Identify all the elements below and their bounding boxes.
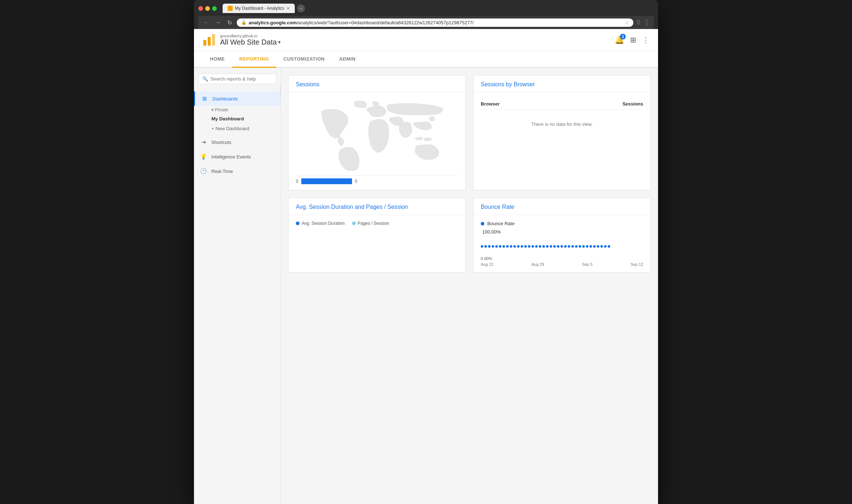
bounce-legend: Bounce Rate: [481, 221, 643, 226]
brand-title-text: All Web Site Data: [220, 38, 277, 46]
bounce-date-3: Sep 5: [582, 262, 593, 267]
url-path: /analytics/web/?authuser=0#dashboard/def…: [297, 20, 473, 25]
my-dashboard-item[interactable]: My Dashboard: [206, 114, 281, 124]
sessions-by-browser-widget: Sessions by Browser Browser Sessions The…: [473, 75, 651, 190]
bounce-date-1: Aug 22: [481, 262, 493, 267]
sessions-bar-section: 0 0: [296, 175, 458, 184]
browser-toolbar: ← → ↻ 🔒 analytics.google.com/analytics/w…: [198, 16, 654, 29]
bounce-date-2: Aug 29: [532, 262, 544, 267]
tab-favicon: [228, 6, 233, 11]
header-actions: 🔔 3 ⊞ ⋮: [615, 35, 649, 45]
browser-table-header: Browser Sessions: [481, 98, 643, 110]
no-data-message: There is no data for this view.: [481, 113, 643, 136]
nav-customization[interactable]: CUSTOMIZATION: [276, 51, 332, 68]
sidebar-item-shortcuts[interactable]: ⇥ Shortcuts: [194, 135, 281, 149]
notification-badge: 3: [620, 34, 626, 40]
dashboards-icon: ⊞: [201, 95, 208, 102]
shortcuts-label: Shortcuts: [211, 140, 231, 145]
sidebar: ◀ 🔍 ⊞ Dashboards ▾ Private: [194, 68, 281, 504]
sidebar-item-realtime[interactable]: 🕐 Real-Time: [194, 164, 281, 178]
close-traffic-light[interactable]: [198, 6, 203, 11]
brand-section: groundberry.github.io All Web Site Data …: [203, 33, 281, 46]
tab-title: My Dashboard - Analytics: [235, 6, 284, 11]
browser-window: My Dashboard - Analytics ✕ + ← → ↻ 🔒 ana…: [194, 0, 658, 504]
sidebar-item-dashboards[interactable]: ⊞ Dashboards: [194, 91, 281, 106]
content-area: Sessions .land{fill:#d4d4d4;stroke:#aaa;…: [281, 68, 658, 504]
avg-duration-label: Avg. Session Duration: [302, 221, 345, 226]
new-tab-button[interactable]: +: [297, 4, 305, 12]
browser-table: Browser Sessions There is no data for th…: [481, 98, 643, 136]
bounce-percent-top: 100.00%: [481, 229, 643, 235]
more-options-icon[interactable]: ⋮: [642, 36, 649, 44]
address-bar[interactable]: 🔒 analytics.google.com/analytics/web/?au…: [237, 18, 633, 27]
refresh-button[interactable]: ↻: [225, 18, 234, 27]
tab-close-button[interactable]: ✕: [286, 6, 290, 11]
browser-widget-body: Browser Sessions There is no data for th…: [473, 92, 650, 141]
browser-menu-icon[interactable]: ⋮: [644, 18, 650, 26]
search-icon: 🔍: [202, 76, 208, 82]
pages-session-dot: [352, 222, 356, 225]
bounce-rate-title: Bounce Rate: [473, 198, 650, 215]
notification-button[interactable]: 🔔 3: [615, 35, 624, 45]
bounce-legend-label: Bounce Rate: [487, 221, 514, 226]
app-header: groundberry.github.io All Web Site Data …: [194, 29, 658, 51]
nav-admin[interactable]: ADMIN: [332, 51, 363, 68]
lock-icon: 🔒: [241, 20, 247, 25]
bounce-line: [481, 239, 643, 253]
intelligence-label: Intelligence Events: [211, 154, 251, 160]
app-container: groundberry.github.io All Web Site Data …: [194, 29, 658, 504]
avg-session-body: Avg. Session Duration Pages / Session: [289, 215, 466, 236]
address-text: analytics.google.com/analytics/web/?auth…: [249, 20, 623, 25]
bookmark-icon[interactable]: ☆: [625, 20, 629, 25]
pages-session-label: Pages / Session: [358, 221, 389, 226]
svg-rect-1: [208, 37, 211, 46]
svg-rect-2: [212, 34, 215, 46]
extension-icon: ⠿: [636, 19, 641, 26]
sessions-bar-right-value: 0: [355, 179, 357, 184]
svg-rect-0: [203, 40, 206, 46]
active-tab[interactable]: My Dashboard - Analytics ✕: [223, 4, 295, 13]
apps-grid-icon[interactable]: ⊞: [630, 36, 636, 44]
browser-chrome: My Dashboard - Analytics ✕ + ← → ↻ 🔒 ana…: [194, 0, 658, 29]
back-button[interactable]: ←: [202, 18, 211, 27]
avg-session-legend: Avg. Session Duration Pages / Session: [296, 221, 458, 226]
traffic-lights: [198, 6, 217, 11]
minimize-traffic-light[interactable]: [205, 6, 210, 11]
bounce-percent-bottom: 0.00%: [481, 256, 643, 261]
bounce-rate-widget: Bounce Rate Bounce Rate 100.00%: [473, 198, 651, 273]
new-dashboard-item[interactable]: + New Dashboard: [206, 124, 281, 133]
bounce-chart: 0.00%: [481, 239, 643, 261]
nav-reporting[interactable]: REPORTING: [232, 51, 276, 68]
browser-col-browser: Browser: [481, 101, 500, 107]
sessions-widget-body: .land{fill:#d4d4d4;stroke:#aaa;stroke-wi…: [289, 92, 466, 190]
sidebar-item-intelligence[interactable]: 💡 Intelligence Events: [194, 149, 281, 164]
tab-bar: My Dashboard - Analytics ✕ +: [223, 4, 305, 13]
nav-bar: HOME REPORTING CUSTOMIZATION ADMIN: [194, 51, 658, 68]
browser-widget-title: Sessions by Browser: [473, 75, 650, 92]
intelligence-icon: 💡: [200, 153, 207, 160]
dashboards-label: Dashboards: [212, 96, 238, 102]
world-map-svg: .land{fill:#d4d4d4;stroke:#aaa;stroke-wi…: [296, 98, 458, 171]
brand-dropdown-arrow: ▾: [278, 39, 281, 45]
sessions-widget: Sessions .land{fill:#d4d4d4;stroke:#aaa;…: [288, 75, 466, 190]
sidebar-dashboards-section: ⊞ Dashboards ▾ Private My Dashboard + Ne…: [194, 90, 281, 135]
legend-avg-duration: Avg. Session Duration: [296, 221, 345, 226]
search-box[interactable]: 🔍: [198, 74, 276, 84]
brand-info: groundberry.github.io All Web Site Data …: [220, 34, 281, 46]
search-input[interactable]: [210, 76, 272, 82]
main-layout: ◀ 🔍 ⊞ Dashboards ▾ Private: [194, 68, 658, 504]
brand-title[interactable]: All Web Site Data ▾: [220, 38, 281, 46]
world-map: .land{fill:#d4d4d4;stroke:#aaa;stroke-wi…: [296, 98, 458, 171]
maximize-traffic-light[interactable]: [212, 6, 217, 11]
bounce-legend-dot: [481, 222, 484, 226]
realtime-icon: 🕐: [200, 168, 207, 175]
browser-controls: My Dashboard - Analytics ✕ +: [198, 4, 654, 13]
sessions-widget-title: Sessions: [289, 75, 466, 92]
brand-domain: groundberry.github.io: [220, 34, 281, 38]
browser-col-sessions: Sessions: [623, 101, 643, 107]
forward-button[interactable]: →: [214, 18, 222, 27]
avg-session-widget: Avg. Session Duration and Pages / Sessio…: [288, 198, 466, 273]
nav-home[interactable]: HOME: [203, 51, 232, 68]
sidebar-collapse-button[interactable]: ◀: [280, 86, 281, 96]
avg-session-title: Avg. Session Duration and Pages / Sessio…: [289, 198, 466, 215]
